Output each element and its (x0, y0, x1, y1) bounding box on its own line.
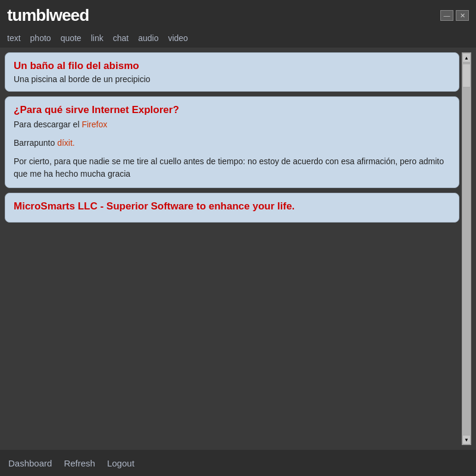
scrollbar-track: ▲ ▼ (462, 52, 471, 445)
app-title: tumblweed (7, 6, 89, 25)
dashboard-link[interactable]: Dashboard (8, 458, 52, 468)
post-card-3: MicroSmarts LLC - Superior Software to e… (5, 193, 459, 223)
scrollbar-thumb[interactable] (462, 64, 471, 87)
firefox-link[interactable]: Firefox (82, 120, 107, 129)
close-button[interactable]: ✕ (456, 10, 469, 21)
nav-audio[interactable]: audio (138, 33, 158, 43)
post-card-2: ¿Para qué sirve Internet Explorer? Para … (5, 96, 459, 188)
post-body-2: Para descargar el Firefox Barrapunto díx… (14, 118, 450, 180)
content-scroll[interactable]: Un baño al filo del abismo Una piscina a… (5, 52, 462, 445)
post-title-2: ¿Para qué sirve Internet Explorer? (14, 104, 450, 116)
post-card-1: Un baño al filo del abismo Una piscina a… (5, 52, 459, 92)
bottom-bar: Dashboard Refresh Logout (0, 450, 476, 476)
nav-link[interactable]: link (91, 33, 104, 43)
scrollbar-up-button[interactable]: ▲ (462, 53, 471, 62)
post-title-1: Un baño al filo del abismo (14, 60, 450, 72)
main-area: Un baño al filo del abismo Una piscina a… (0, 48, 476, 450)
nav-video[interactable]: video (168, 33, 187, 43)
nav-quote[interactable]: quote (61, 33, 82, 43)
nav-chat[interactable]: chat (113, 33, 129, 43)
window-controls: — ✕ (440, 10, 469, 21)
nav-photo[interactable]: photo (30, 33, 51, 43)
minimize-button[interactable]: — (440, 10, 453, 21)
post-title-3: MicroSmarts LLC - Superior Software to e… (14, 201, 450, 212)
title-bar: tumblweed — ✕ (0, 0, 476, 31)
nav-bar: text photo quote link chat audio video (0, 31, 476, 48)
nav-text[interactable]: text (7, 33, 21, 43)
logout-link[interactable]: Logout (107, 458, 134, 468)
dixit-link[interactable]: díxit. (57, 138, 75, 148)
scrollbar-down-button[interactable]: ▼ (462, 435, 471, 444)
post-subtitle-1: Una piscina al borde de un precipicio (14, 74, 450, 84)
refresh-link[interactable]: Refresh (64, 458, 95, 468)
